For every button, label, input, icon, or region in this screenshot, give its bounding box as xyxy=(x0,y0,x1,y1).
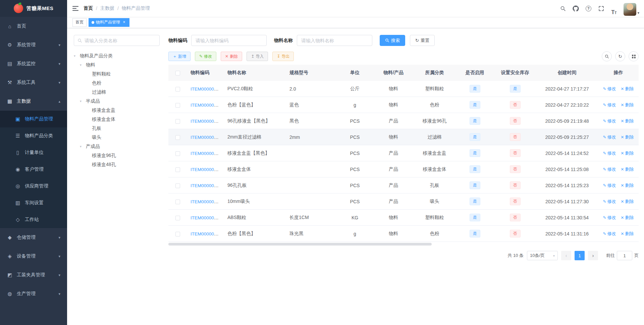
sidebar-item[interactable]: ▤ 系统监控 ▾ xyxy=(0,54,67,73)
row-edit-link[interactable]: ✎修改 xyxy=(603,182,616,188)
sidebar-item[interactable]: ◈ 设备管理 ▾ xyxy=(0,247,67,266)
sidebar-item[interactable]: ⚒ 系统工具 ▾ xyxy=(0,73,67,92)
tab-material-management[interactable]: 物料产品管理 × xyxy=(89,18,129,27)
sidebar-item[interactable]: ▣ 物料产品管理 xyxy=(0,111,67,127)
category-search-input[interactable] xyxy=(85,38,156,43)
tab-close-icon[interactable]: × xyxy=(122,20,126,25)
tree-node[interactable]: ▾ 半成品 xyxy=(74,97,160,106)
sidebar-item[interactable]: ⚙ 系统管理 ▾ xyxy=(0,36,67,54)
row-delete-link[interactable]: ✕删除 xyxy=(621,166,634,172)
hamburger-icon[interactable] xyxy=(67,6,84,11)
row-delete-link[interactable]: ✕删除 xyxy=(621,118,634,124)
toolbar-button[interactable]: ✎ 修改 xyxy=(195,52,216,61)
row-edit-link[interactable]: ✎修改 xyxy=(603,102,616,108)
row-delete-link[interactable]: ✕删除 xyxy=(621,86,634,92)
row-delete-link[interactable]: ✕删除 xyxy=(621,182,634,188)
row-delete-link[interactable]: ✕删除 xyxy=(621,150,634,156)
tree-node[interactable]: ▾ 产成品 xyxy=(74,142,160,151)
row-delete-link[interactable]: ✕删除 xyxy=(621,231,634,237)
sidebar-item[interactable]: ◎ 供应商管理 xyxy=(0,178,67,195)
row-edit-link[interactable]: ✎修改 xyxy=(603,231,616,237)
row-edit-link[interactable]: ✎修改 xyxy=(603,118,616,124)
row-edit-link[interactable]: ✎修改 xyxy=(603,86,616,92)
help-icon[interactable]: ? xyxy=(583,2,594,15)
row-checkbox[interactable] xyxy=(175,183,180,188)
tree-node[interactable]: ▾ 移液盒盒体 xyxy=(74,115,160,124)
row-checkbox[interactable] xyxy=(175,200,180,204)
reset-button[interactable]: ↻ 重置 xyxy=(410,35,435,46)
name-input[interactable] xyxy=(297,35,372,46)
row-edit-link[interactable]: ✎修改 xyxy=(603,166,616,172)
user-menu[interactable]: ▾ xyxy=(624,1,639,16)
sidebar-item[interactable]: ☰ 物料产品分类 xyxy=(0,127,67,144)
goto-page-input[interactable] xyxy=(617,251,632,260)
select-all-checkbox[interactable] xyxy=(175,71,180,75)
row-checkbox[interactable] xyxy=(175,216,180,220)
item-code-link[interactable]: ITEM00000055 xyxy=(191,215,221,220)
breadcrumb-home[interactable]: 首页 xyxy=(84,5,93,11)
sidebar-item[interactable]: ◆ 仓储管理 ▾ xyxy=(0,228,67,247)
tree-node[interactable]: ▾ 吸头 xyxy=(74,133,160,142)
item-code-link[interactable]: ITEM00000054 xyxy=(191,199,221,204)
sidebar-item[interactable]: ◉ 客户管理 xyxy=(0,161,67,178)
item-code-link[interactable]: ITEM00000051 xyxy=(191,151,221,156)
row-edit-link[interactable]: ✎修改 xyxy=(603,134,616,140)
toolbar-button[interactable]: ✕ 删除 xyxy=(221,52,242,61)
toolbar-button[interactable]: ↥ 导入 xyxy=(247,52,268,61)
tree-node[interactable]: ▾ 物料及产品分类 xyxy=(74,51,160,60)
code-input[interactable] xyxy=(191,35,267,46)
row-delete-link[interactable]: ✕删除 xyxy=(621,134,634,140)
row-checkbox[interactable] xyxy=(175,151,180,156)
row-checkbox[interactable] xyxy=(175,167,180,172)
sidebar-item[interactable]: ⌂ 首页 xyxy=(0,17,67,36)
sidebar-item[interactable]: ◍ 生产管理 ▾ xyxy=(0,284,67,303)
tree-node[interactable]: ▾ 移液盒48孔 xyxy=(74,160,160,169)
tree-node[interactable]: ▾ 塑料颗粒 xyxy=(74,69,160,78)
tree-node[interactable]: ▾ 移液盒盒盖 xyxy=(74,106,160,115)
tree-node[interactable]: ▾ 过滤棉 xyxy=(74,88,160,97)
toolbar-button[interactable]: ↧ 导出 xyxy=(272,52,294,61)
page-size-select[interactable]: 10条/页 ▾ xyxy=(527,251,558,260)
row-delete-link[interactable]: ✕删除 xyxy=(621,199,634,205)
row-checkbox[interactable] xyxy=(175,135,180,140)
logo[interactable]: 苦糖果MES xyxy=(0,0,67,17)
prev-page-button[interactable]: ‹ xyxy=(561,251,571,260)
row-delete-link[interactable]: ✕删除 xyxy=(621,215,634,221)
github-icon[interactable] xyxy=(570,2,581,15)
search-button[interactable]: 搜索 xyxy=(380,35,405,46)
item-code-link[interactable]: ITEM00000049 xyxy=(191,134,221,140)
sidebar-item[interactable]: ◩ 工装夹具管理 ▾ xyxy=(0,266,67,284)
row-checkbox[interactable] xyxy=(175,87,180,92)
tree-node[interactable]: ▾ 物料 xyxy=(74,60,160,69)
row-checkbox[interactable] xyxy=(175,232,180,236)
tab-home[interactable]: 首页 xyxy=(72,18,87,27)
tree-node[interactable]: ▾ 孔板 xyxy=(74,124,160,133)
item-code-link[interactable]: ITEM00000046 xyxy=(191,118,221,124)
column-settings-button[interactable] xyxy=(629,51,639,61)
sidebar-item[interactable]: ▯ 计量单位 xyxy=(0,144,67,161)
row-edit-link[interactable]: ✎修改 xyxy=(603,150,616,156)
row-delete-link[interactable]: ✕删除 xyxy=(621,102,634,108)
fullscreen-icon[interactable] xyxy=(595,2,607,15)
row-checkbox[interactable] xyxy=(175,103,180,108)
toolbar-button[interactable]: ＋ 新增 xyxy=(168,52,191,61)
item-code-link[interactable]: ITEM00000041 xyxy=(191,102,221,108)
tree-node[interactable]: ▾ 色粉 xyxy=(74,78,160,88)
search-icon[interactable] xyxy=(557,2,569,15)
item-code-link[interactable]: ITEM00000053 xyxy=(191,183,221,188)
page-number-1[interactable]: 1 xyxy=(575,251,585,260)
sidebar-item[interactable]: ◇ 工作站 xyxy=(0,211,67,228)
refresh-button[interactable]: ↻ xyxy=(615,51,625,61)
font-size-icon[interactable]: TT xyxy=(608,2,620,15)
item-code-link[interactable]: ITEM00000056 xyxy=(191,231,221,236)
row-edit-link[interactable]: ✎修改 xyxy=(603,215,616,221)
row-edit-link[interactable]: ✎修改 xyxy=(603,199,616,205)
item-code-link[interactable]: ITEM00000052 xyxy=(191,167,221,172)
toggle-search-button[interactable] xyxy=(602,51,612,61)
tree-node[interactable]: ▾ 移液盒96孔 xyxy=(74,151,160,160)
sidebar-item[interactable]: ▦ 主数据 ▴ xyxy=(0,92,67,111)
item-code-link[interactable]: ITEM00000037 xyxy=(191,86,221,92)
sidebar-item[interactable]: ▥ 车间设置 xyxy=(0,195,67,211)
next-page-button[interactable]: › xyxy=(588,251,598,260)
row-checkbox[interactable] xyxy=(175,119,180,124)
